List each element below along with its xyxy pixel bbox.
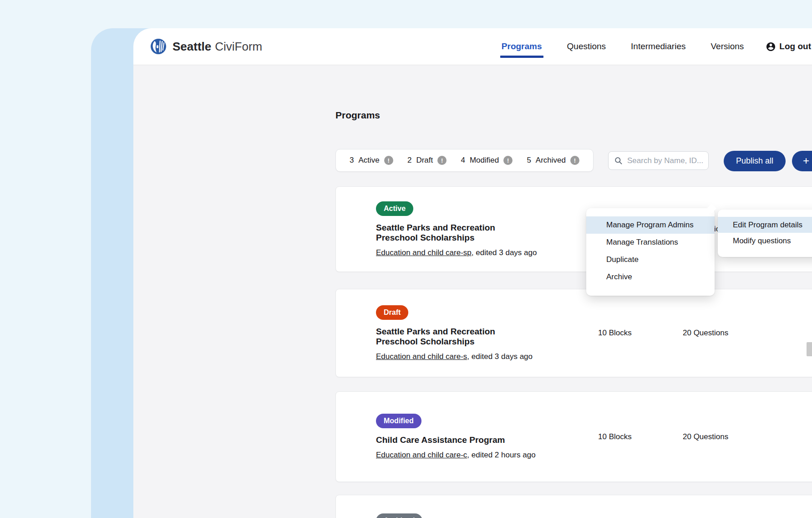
page-content: Programs 3 Active ! 2 Draft ! 4 Modified… — [267, 93, 812, 518]
filter-archived-label: Archived — [536, 156, 566, 165]
create-program-button[interactable]: + Create program — [792, 151, 812, 171]
filter-modified-label: Modified — [470, 156, 499, 165]
search-input[interactable] — [627, 156, 703, 165]
nav-tab-intermediaries[interactable]: Intermediaries — [631, 41, 685, 51]
brand: Seattle CiviForm — [150, 38, 262, 55]
info-icon[interactable]: ! — [570, 156, 579, 165]
search-box — [608, 151, 709, 170]
brand-product: CiviForm — [215, 40, 262, 54]
primary-nav: Programs Questions Intermediaries Versio… — [477, 41, 811, 52]
program-title-line: Preschool Scholarships — [376, 337, 812, 347]
nav-tab-questions[interactable]: Questions — [567, 41, 606, 51]
program-title: Seattle Parks and Recreation Preschool S… — [376, 327, 812, 347]
program-card: Modified Child Care Assistance Program E… — [335, 391, 812, 482]
status-badge: Draft — [376, 305, 408, 320]
filter-archived-count: 5 — [527, 156, 531, 165]
logout-button[interactable]: Log out — [766, 41, 811, 52]
logout-label: Log out — [779, 41, 811, 51]
info-icon[interactable]: ! — [437, 156, 447, 165]
menu-item-edit-program-details[interactable]: Edit Program details — [718, 217, 812, 233]
menu-item-modify-questions[interactable]: Modify questions — [718, 233, 812, 249]
menu-item-duplicate[interactable]: Duplicate — [586, 251, 715, 268]
blocks-count: 10 Blocks — [598, 328, 632, 338]
program-title-line: Seattle Parks and Recreation — [376, 327, 812, 337]
app-window: Seattle CiviForm Programs Questions Inte… — [0, 0, 812, 518]
filter-draft-count: 2 — [407, 156, 411, 165]
program-card: Draft Seattle Parks and Recreation Presc… — [335, 289, 812, 377]
status-badge: Active — [376, 201, 413, 216]
account-icon — [766, 41, 776, 52]
edit-dropdown-menu: Edit Program details Modify questions — [718, 210, 812, 257]
search-icon — [614, 156, 623, 165]
seattle-logo — [150, 38, 167, 55]
program-subline: Education and child care-c, edited 2 hou… — [376, 451, 812, 460]
blocks-count: 10 Blocks — [598, 432, 632, 441]
top-navigation-bar: Seattle CiviForm Programs Questions Inte… — [133, 28, 812, 65]
status-filter-bar: 3 Active ! 2 Draft ! 4 Modified ! 5 Arch… — [335, 149, 594, 172]
menu-item-manage-translations[interactable]: Manage Translations — [586, 234, 715, 251]
program-card: Archived ORCA Opportunity: Middle School… — [335, 495, 812, 518]
filter-active-label: Active — [358, 156, 379, 165]
brand-city: Seattle — [173, 40, 211, 54]
filter-active-count: 3 — [350, 156, 354, 165]
publish-all-button[interactable]: Publish all — [724, 151, 786, 171]
program-title: Child Care Assistance Program — [376, 435, 812, 445]
filter-archived[interactable]: 5 Archived ! — [527, 156, 579, 165]
program-title-line: Child Care Assistance Program — [376, 435, 812, 445]
info-icon[interactable]: ! — [503, 156, 513, 165]
info-icon[interactable]: ! — [384, 156, 393, 165]
status-badge: Modified — [376, 414, 421, 428]
settings-tooltip: Setting — [807, 342, 812, 356]
filter-modified-count: 4 — [461, 156, 465, 165]
filter-draft[interactable]: 2 Draft ! — [407, 156, 447, 165]
program-slug-link[interactable]: Education and child care-s — [376, 352, 467, 361]
settings-dropdown-menu: Manage Program Admins Manage Translation… — [586, 208, 715, 296]
menu-item-manage-program-admins[interactable]: Manage Program Admins — [586, 216, 715, 234]
program-slug-link[interactable]: Education and child care-c — [376, 451, 467, 459]
program-edited-text: , edited 3 days ago — [467, 352, 533, 361]
page-title: Programs — [335, 110, 380, 121]
program-edited-text: , edited 3 days ago — [472, 248, 537, 257]
menu-item-archive[interactable]: Archive — [586, 268, 715, 286]
status-badge: Archived — [376, 513, 422, 518]
nav-tab-versions[interactable]: Versions — [710, 41, 744, 51]
questions-count: 20 Questions — [683, 432, 728, 441]
nav-tab-programs[interactable]: Programs — [502, 41, 542, 51]
filter-modified[interactable]: 4 Modified ! — [461, 156, 513, 165]
plus-icon: + — [803, 155, 809, 166]
filter-active[interactable]: 3 Active ! — [350, 156, 393, 165]
program-edited-text: , edited 2 hours ago — [467, 451, 535, 459]
program-slug-link[interactable]: Education and child care-sp — [376, 248, 472, 257]
questions-count: 20 Questions — [683, 328, 728, 338]
filter-draft-label: Draft — [416, 156, 433, 165]
program-subline: Education and child care-s, edited 3 day… — [376, 352, 812, 361]
